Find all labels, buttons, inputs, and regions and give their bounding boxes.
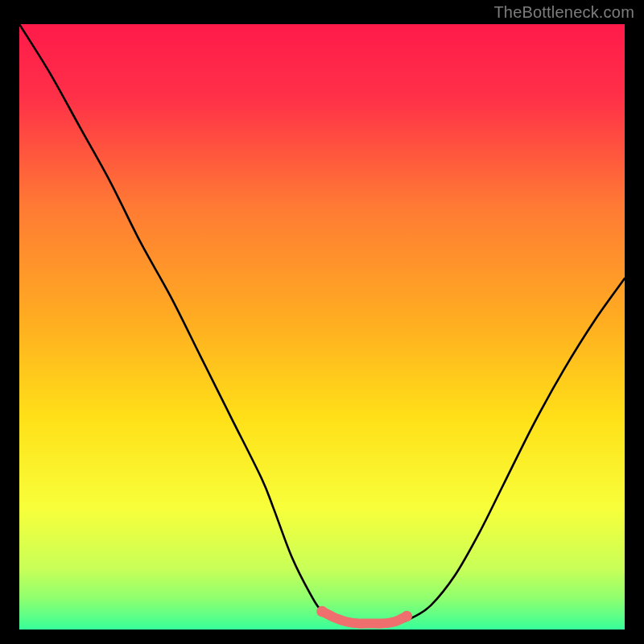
svg-point-1 [316, 606, 328, 617]
bottleneck-curve [19, 24, 625, 624]
svg-point-2 [402, 611, 413, 622]
plot-area [19, 24, 625, 623]
curve-layer [19, 24, 625, 630]
watermark-text: TheBottleneck.com [493, 3, 634, 22]
curve-minimum-highlight [322, 611, 407, 623]
